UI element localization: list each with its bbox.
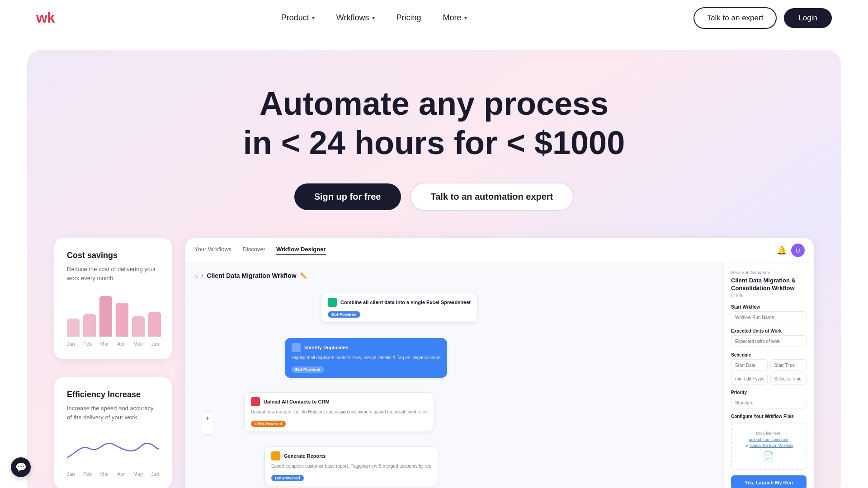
tab-wrkflow-designer[interactable]: Wrkflow Designer (276, 246, 326, 255)
workflow-tab-icons: 🔔 U (777, 244, 805, 257)
nav-more[interactable]: More ▾ (443, 13, 467, 23)
node1-badge: Bot-Powered (328, 311, 360, 318)
bar-label: Jun (151, 341, 159, 347)
workflow-name: Client Data Migration Wrkflow (207, 272, 296, 279)
excel-icon (328, 298, 337, 307)
node2-badge: Bot-Powered (292, 366, 324, 373)
expected-units-field: Expected Units of Work (731, 328, 807, 347)
wf-node-combine: Combine all client data into a single Ex… (321, 293, 477, 323)
wf-node-crm: Upload All Contacts to CRM Upload new me… (244, 392, 434, 432)
more-chevron-icon: ▾ (464, 15, 467, 21)
edit-icon[interactable]: ✏️ (300, 272, 307, 279)
node3-badge: CRM-Powered (251, 421, 286, 427)
line-chart-label: Apr (117, 471, 125, 477)
cost-savings-bar-chart (67, 291, 159, 337)
efficiency-chart-labels: JanFebMarAprMayJun (67, 471, 159, 477)
cost-savings-card: Cost savings Reduce the cost of deliveri… (54, 238, 172, 359)
navbar: wk Product ▾ Wrkflows ▾ Pricing More ▾ T… (0, 0, 868, 36)
start-wrkflow-input[interactable] (731, 311, 807, 323)
navbar-actions: Talk to an expert Login (693, 7, 832, 29)
hero-text: Automate any process in < 24 hours for <… (54, 86, 814, 211)
workflow-canvas: ⌂ / Client Data Migration Wrkflow ✏️ Com… (185, 263, 723, 488)
priority-field: Priority (731, 390, 807, 408)
line-chart-label: Jun (151, 471, 159, 477)
start-wrkflow-field: Start Wrkflow (731, 305, 807, 323)
efficiency-title: Efficiency Increase (67, 390, 159, 399)
chart-labels: JanFebMarAprMayJun (67, 341, 159, 347)
avatar: U (791, 244, 805, 257)
hero-section: Automate any process in < 24 hours for <… (27, 50, 841, 488)
nav-links: Product ▾ Wrkflows ▾ Pricing More ▾ (281, 13, 467, 23)
hero-buttons: Sign up for free Talk to an automation e… (54, 183, 814, 211)
tab-discover[interactable]: Discover (242, 246, 265, 255)
configure-files-field: Configure Your Wrkflow Files Drop file h… (731, 414, 807, 470)
file-icon: 📄 (736, 451, 802, 462)
cost-savings-title: Cost savings (67, 251, 159, 260)
bar-label: Apr (117, 341, 125, 347)
chat-bubble[interactable]: 💬 (11, 457, 31, 477)
nav-pricing[interactable]: Pricing (396, 13, 421, 23)
duplicate-icon (292, 343, 301, 352)
talk-automation-expert-button[interactable]: Talk to an automation expert (410, 183, 574, 211)
efficiency-line-chart (67, 431, 159, 467)
date-picker-input[interactable] (731, 373, 768, 385)
upload-link[interactable]: upload from computer (749, 437, 789, 442)
wf-node-reports: Generate Reports Export complete custome… (264, 446, 438, 486)
zoom-in-button[interactable]: + (202, 413, 213, 423)
workflow-tab-list: Your Wrkflows Discover Wrkflow Designer (194, 246, 326, 255)
bar-column (148, 312, 161, 337)
product-chevron-icon: ▾ (312, 15, 315, 21)
nav-product[interactable]: Product ▾ (281, 13, 315, 23)
expected-units-input[interactable] (731, 335, 807, 347)
hero-headline: Automate any process (54, 86, 814, 122)
workflow-card: Your Wrkflows Discover Wrkflow Designer … (185, 238, 814, 488)
workflow-body: ⌂ / Client Data Migration Wrkflow ✏️ Com… (185, 263, 814, 488)
logo-text: wk (36, 9, 55, 26)
breadcrumb-home-icon: ⌂ (194, 272, 198, 279)
hero-content: Cost savings Reduce the cost of deliveri… (54, 238, 814, 488)
nav-wrkflows[interactable]: Wrkflows ▾ (336, 13, 375, 23)
bar-label: May (133, 341, 143, 347)
login-button[interactable]: Login (784, 8, 832, 28)
source-link[interactable]: source file from Wrkflow (750, 443, 793, 448)
wf-node-duplicates: Identify Duplicates Highlight all duplic… (285, 338, 447, 378)
time-picker-input[interactable] (770, 373, 807, 385)
talk-to-expert-button[interactable]: Talk to an expert (693, 7, 777, 29)
start-time-input[interactable] (770, 359, 807, 371)
bar-column (132, 316, 145, 337)
priority-input[interactable] (731, 397, 807, 408)
hero-subheadline: in < 24 hours for < $1000 (54, 125, 814, 161)
bar-label: Mar (100, 341, 109, 347)
start-date-input[interactable] (731, 359, 768, 371)
breadcrumb-separator: / (202, 272, 203, 279)
bar-column (83, 314, 96, 337)
left-column: Cost savings Reduce the cost of deliveri… (54, 238, 172, 488)
line-chart-label: Jan (67, 471, 75, 477)
schedule-field: Schedule (731, 352, 807, 385)
zoom-out-button[interactable]: − (202, 423, 213, 434)
drop-area[interactable]: Drop file here, upload from computer or … (731, 422, 807, 470)
line-chart-label: Mar (100, 471, 109, 477)
workflow-sidebar: New Run Summary Client Data Migration & … (723, 263, 814, 488)
bar-label: Jan (67, 341, 75, 347)
wrkflows-chevron-icon: ▾ (372, 15, 375, 21)
chat-icon: 💬 (15, 462, 27, 473)
efficiency-card: Efficiency Increase Increase the speed a… (54, 377, 172, 488)
drop-text: Drop file here, upload from computer or … (736, 431, 802, 449)
sidebar-wrkflow-title: Client Data Migration & Consolidation Wr… (731, 277, 807, 292)
bar-label: Feb (83, 341, 92, 347)
tab-your-wrkflows[interactable]: Your Wrkflows (194, 246, 231, 255)
breadcrumb: ⌂ / Client Data Migration Wrkflow ✏️ (194, 272, 714, 279)
workflow-tabs: Your Wrkflows Discover Wrkflow Designer … (185, 238, 814, 263)
signup-button[interactable]: Sign up for free (294, 183, 401, 210)
launch-button[interactable]: Yes, Launch My Run (731, 475, 807, 488)
line-chart-label: Feb (83, 471, 92, 477)
logo[interactable]: wk (36, 9, 55, 26)
crm-icon (251, 397, 260, 406)
node4-badge: Bot-Powered (271, 475, 304, 481)
bar-column (99, 296, 112, 337)
cost-savings-desc: Reduce the cost of delivering your work … (67, 265, 159, 282)
line-chart-label: May (133, 471, 143, 477)
zoom-controls: + − (202, 412, 213, 435)
efficiency-desc: Increase the speed and accuracy of the d… (67, 404, 159, 422)
